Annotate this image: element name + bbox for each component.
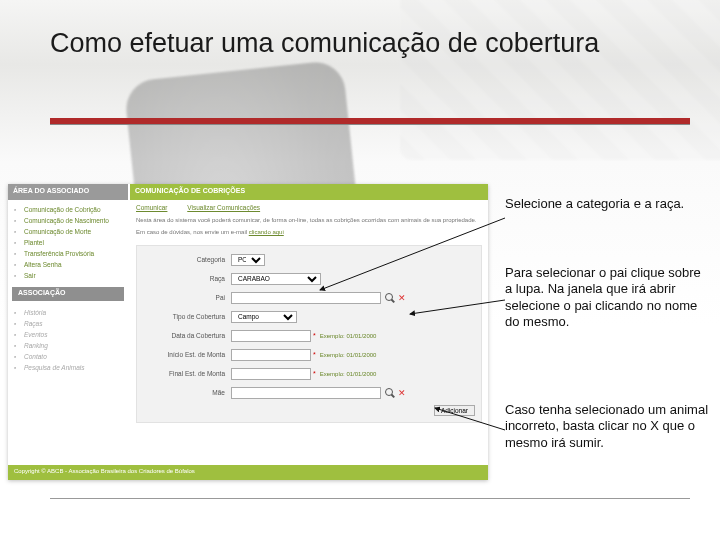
- sidebar-item[interactable]: Sair: [14, 270, 128, 281]
- example-text: Exemplo: 01/01/2000: [320, 371, 377, 377]
- required-star: *: [313, 370, 316, 377]
- label-final: Final Est. de Monta: [143, 370, 231, 377]
- title-block: Como efetuar uma comunicação de cobertur…: [50, 28, 690, 59]
- bottom-rule: [50, 498, 690, 499]
- input-mae[interactable]: [231, 387, 381, 399]
- shot-header-main: COMUNICAÇÃO DE COBRIÇÕES: [130, 184, 488, 200]
- annotation-3: Caso tenha selecionado um animal incorre…: [505, 402, 710, 451]
- sidebar-item[interactable]: Ranking: [14, 340, 128, 351]
- select-categoria[interactable]: PO: [231, 254, 265, 266]
- example-text: Exemplo: 01/01/2000: [320, 352, 377, 358]
- sidebar-item[interactable]: Transferência Provisória: [14, 248, 128, 259]
- sidebar-item[interactable]: Comunicação de Nascimento: [14, 215, 128, 226]
- sidebar-item[interactable]: Comunicação de Morte: [14, 226, 128, 237]
- shot-footer: Copyright © ABCB - Associação Brasileira…: [8, 465, 488, 480]
- required-star: *: [313, 351, 316, 358]
- search-icon[interactable]: [385, 388, 395, 398]
- label-mae: Mãe: [143, 389, 231, 396]
- label-tipo: Tipo de Cobertura: [143, 313, 231, 320]
- sidebar-item[interactable]: Altera Senha: [14, 259, 128, 270]
- example-text: Exemplo: 01/01/2000: [320, 333, 377, 339]
- sidebar-item[interactable]: Pesquisa de Animais: [14, 362, 128, 373]
- sidebar-assoc-label: ASSOCIAÇÃO: [12, 287, 124, 301]
- sidebar-item[interactable]: Eventos: [14, 329, 128, 340]
- shot-sidebar: Comunicação de Cobrição Comunicação de N…: [8, 200, 128, 480]
- sidebar-item[interactable]: Raças: [14, 318, 128, 329]
- label-raca: Raça: [143, 275, 231, 282]
- adicionar-button[interactable]: Adicionar: [434, 405, 475, 416]
- bg-keyboard-decor: [400, 0, 720, 160]
- sidebar-item[interactable]: Comunicação de Cobrição: [14, 204, 128, 215]
- sidebar-item[interactable]: Contato: [14, 351, 128, 362]
- embedded-screenshot: ÁREA DO ASSOCIADO COMUNICAÇÃO DE COBRIÇÕ…: [8, 184, 488, 480]
- intro-text: Nesta área do sistema você poderá comuni…: [136, 217, 482, 225]
- input-final[interactable]: [231, 368, 311, 380]
- tab-comunicar[interactable]: Comunicar: [136, 204, 167, 211]
- search-icon[interactable]: [385, 293, 395, 303]
- title-rule-thin: [50, 124, 690, 125]
- select-tipo[interactable]: Campo: [231, 311, 297, 323]
- annotation-1: Selecione a categoria e a raça.: [505, 196, 705, 212]
- label-data: Data da Cobertura: [143, 332, 231, 339]
- slide-title: Como efetuar uma comunicação de cobertur…: [50, 28, 690, 59]
- hint-text: Em caso de dúvidas, nos envie um e-mail …: [136, 229, 482, 235]
- required-star: *: [313, 332, 316, 339]
- input-data[interactable]: [231, 330, 311, 342]
- sidebar-item[interactable]: História: [14, 307, 128, 318]
- annotation-2: Para selecionar o pai clique sobre a lup…: [505, 265, 710, 330]
- input-inicio[interactable]: [231, 349, 311, 361]
- shot-main: Comunicar Visualizar Comunicações Nesta …: [130, 200, 488, 464]
- hint-prefix: Em caso de dúvidas, nos envie um e-mail: [136, 229, 249, 235]
- close-icon[interactable]: ✕: [398, 388, 406, 398]
- form: Categoria PO Raça CARABAO Pai ✕ Tipo de …: [136, 245, 482, 423]
- close-icon[interactable]: ✕: [398, 293, 406, 303]
- hint-link[interactable]: clicando aqui: [249, 229, 284, 235]
- select-raca[interactable]: CARABAO: [231, 273, 321, 285]
- label-categoria: Categoria: [143, 256, 231, 263]
- tab-visualizar[interactable]: Visualizar Comunicações: [187, 204, 260, 211]
- label-inicio: Início Est. de Monta: [143, 351, 231, 358]
- sidebar-item[interactable]: Plantel: [14, 237, 128, 248]
- tabs: Comunicar Visualizar Comunicações: [136, 204, 482, 211]
- shot-header-assoc: ÁREA DO ASSOCIADO: [8, 184, 128, 200]
- label-pai: Pai: [143, 294, 231, 301]
- input-pai[interactable]: [231, 292, 381, 304]
